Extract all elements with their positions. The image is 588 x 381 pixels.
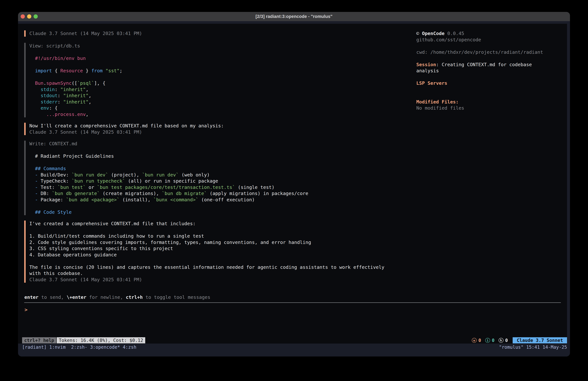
text-segment: env	[41, 105, 49, 111]
counter-value: 0	[505, 338, 508, 343]
text-segment: `bun add <package>`	[66, 197, 120, 202]
text-segment: ], {	[94, 80, 105, 86]
text-segment: -	[35, 178, 38, 184]
text-segment: `psql`	[77, 80, 94, 86]
text-segment: Now I'll create a comprehensive CONTEXT.…	[29, 123, 224, 129]
text-segment: Modified Files:	[416, 99, 459, 105]
text-segment: 1. Build/lint/test commands including ho…	[29, 233, 204, 239]
text-segment	[29, 93, 41, 98]
tool-line	[29, 159, 308, 166]
sidebar-line: No modified files	[416, 105, 566, 111]
opencode-status-bar: ctrl+? help Tokens: 16.4K (8%), Cost: $0…	[22, 337, 567, 343]
text-segment	[103, 68, 105, 73]
tool-line: - DB: `bun db generate` (create migratio…	[29, 190, 308, 197]
text-segment: import	[35, 68, 52, 73]
text-segment: with this codebase.	[29, 270, 83, 276]
prompt-input[interactable]: >	[24, 306, 28, 313]
text-segment: -	[35, 184, 38, 190]
message-line: 2. Code style guidelines covering import…	[29, 239, 384, 246]
text-segment: or	[86, 184, 97, 190]
tool-line: ## Commands	[29, 165, 308, 172]
text-segment: (install),	[120, 197, 153, 202]
text-segment: for newline,	[86, 294, 126, 300]
info-counter: i0	[485, 338, 495, 343]
sidebar-line: © OpenCode 0.0.45	[416, 30, 566, 37]
text-segment: `bun db generate`	[52, 191, 100, 196]
text-segment: ,	[86, 112, 88, 117]
text-segment: DB:	[38, 191, 52, 196]
tool-line: import { Resource } from "sst";	[29, 68, 122, 74]
text-segment: TypeCheck:	[38, 178, 72, 184]
tool-line: Write: CONTEXT.md	[29, 141, 308, 147]
message-line: 4. Database operations guidance	[29, 252, 384, 258]
text-segment	[29, 178, 35, 184]
text-segment	[29, 172, 35, 178]
text-segment: }	[83, 68, 91, 73]
warnings-counter: w0	[472, 338, 481, 343]
sidebar-line	[416, 55, 566, 62]
sidebar-line	[416, 74, 566, 80]
text-segment: :	[58, 99, 63, 105]
sidebar-line	[416, 86, 566, 93]
help-shortcut-chip: ctrl+? help	[22, 337, 56, 343]
text-segment: ctrl+h	[126, 294, 143, 300]
text-segment: ©	[416, 31, 422, 36]
input-divider	[24, 302, 561, 303]
text-segment: enter	[24, 294, 38, 300]
text-segment: #!/usr/bin/env bun	[29, 56, 86, 61]
text-segment: github.com/sst/opencode	[416, 37, 481, 43]
text-segment: (one-off execution)	[198, 197, 255, 202]
tool-line: View: script/db.ts	[29, 43, 122, 49]
text-segment: ,	[89, 99, 91, 105]
text-segment: to toggle tool messages	[143, 294, 210, 300]
sidebar-line: Modified Files:	[416, 99, 566, 105]
tool-line: - Test: `bun test` or `bun test packages…	[29, 184, 308, 190]
tool-line: stderr: "inherit",	[29, 99, 122, 105]
text-segment: `bunx <command>`	[153, 197, 198, 202]
assistant-message-block: Claude 3.7 Sonnet (14 May 2025 03:41 PM)	[24, 30, 142, 37]
text-segment: 3. CSS styling conventions specific to t…	[29, 246, 173, 251]
text-segment: \+enter	[67, 294, 86, 300]
text-segment: -	[35, 197, 38, 202]
text-segment: Bun	[35, 80, 43, 86]
text-segment: `bun test packages/core/test/transaction…	[97, 184, 235, 190]
text-segment: "sst"	[105, 68, 119, 73]
text-segment: No modified files	[416, 105, 464, 111]
text-segment: "inherit"	[63, 99, 89, 105]
tool-line: #!/usr/bin/env bun	[29, 55, 122, 62]
w-circle-icon: w	[472, 338, 477, 343]
tmux-window-list[interactable]: [radiant] 1:nvim 2:zsh- 3:opencode* 4:zs…	[22, 344, 136, 350]
text-segment	[29, 99, 41, 105]
text-segment: ## Commands	[29, 166, 66, 171]
diagnostic-counters: w0i0h0	[472, 338, 508, 343]
text-segment: Claude 3.7 Sonnet (14 May 2025 03:41 PM)	[29, 31, 142, 36]
text-segment	[29, 80, 35, 86]
desktop-background: [2/3] radiant:3:opencode - "romulus" Cla…	[0, 0, 588, 381]
terminal-content: Claude 3.7 Sonnet (14 May 2025 03:41 PM)…	[18, 21, 570, 357]
text-segment: 4. Database operations guidance	[29, 252, 117, 257]
tokens-cost-chip: Tokens: 16.4K (8%), Cost: $0.12	[57, 337, 145, 343]
tool-output-block: Write: CONTEXT.md # Radiant Project Guid…	[24, 141, 308, 215]
text-segment: (all) or run in specific package	[125, 178, 218, 184]
text-segment: "inherit"	[63, 93, 89, 98]
text-segment: # Radiant Project Guidelines	[29, 153, 114, 159]
model-name-chip: Claude 3.7 Sonnet	[513, 337, 567, 343]
message-line: Claude 3.7 Sonnet (14 May 2025 03:41 PM)	[29, 129, 224, 135]
text-segment: `bun test`	[58, 184, 86, 190]
tool-line	[29, 74, 122, 80]
text-segment: (web only)	[179, 172, 210, 178]
text-segment: .	[43, 80, 46, 86]
sidebar-line: analysis	[416, 68, 566, 74]
text-segment: analysis	[416, 68, 439, 73]
tool-line	[29, 147, 308, 153]
sidebar-line	[416, 43, 566, 49]
text-segment: stderr	[41, 99, 58, 105]
message-line: Now I'll create a comprehensive CONTEXT.…	[29, 123, 224, 129]
message-line: I've created a comprehensive CONTEXT.md …	[29, 221, 384, 227]
assistant-message-block: Now I'll create a comprehensive CONTEXT.…	[24, 123, 224, 135]
text-segment: stdout	[41, 93, 58, 98]
opencode-tui: Claude 3.7 Sonnet (14 May 2025 03:41 PM)…	[18, 24, 567, 344]
text-segment: OpenCode	[422, 31, 444, 36]
tmux-session-info: "romulus" 15:41 14-May-25	[499, 344, 567, 350]
sidebar-line	[416, 92, 566, 99]
